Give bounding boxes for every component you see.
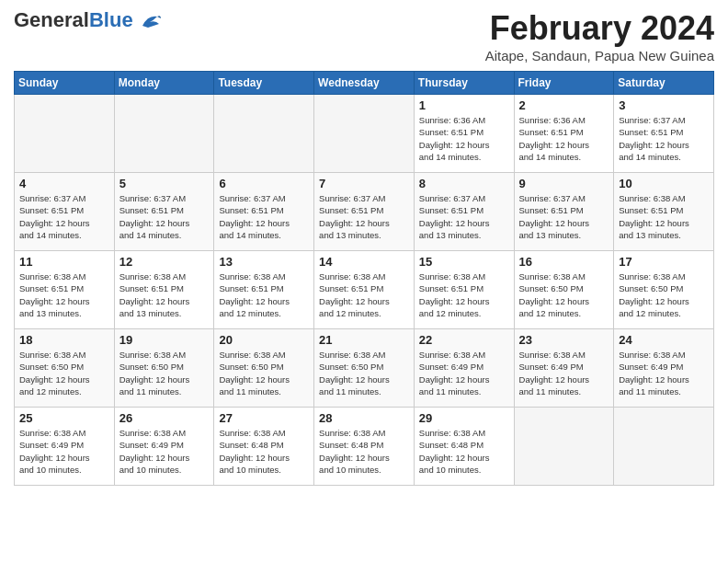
header-day-sunday: Sunday [15, 72, 115, 95]
day-info: Sunrise: 6:38 AMSunset: 6:49 PMDaylight:… [419, 349, 509, 397]
day-number: 4 [19, 177, 109, 190]
day-info: Sunrise: 6:38 AMSunset: 6:50 PMDaylight:… [519, 270, 609, 319]
header-day-saturday: Saturday [614, 72, 714, 95]
logo-text: GeneralBlue [14, 9, 161, 31]
day-info: Sunrise: 6:38 AMSunset: 6:49 PMDaylight:… [519, 349, 609, 397]
calendar-cell: 10Sunrise: 6:38 AMSunset: 6:51 PMDayligh… [614, 173, 714, 251]
day-number: 29 [419, 411, 509, 425]
calendar-cell [614, 408, 714, 486]
calendar-table: SundayMondayTuesdayWednesdayThursdayFrid… [14, 71, 714, 486]
logo: GeneralBlue [14, 9, 161, 31]
calendar-cell: 4Sunrise: 6:37 AMSunset: 6:51 PMDaylight… [15, 173, 115, 251]
day-number: 10 [619, 177, 709, 190]
day-number: 2 [519, 98, 609, 112]
day-number: 26 [119, 411, 210, 425]
calendar-cell: 26Sunrise: 6:38 AMSunset: 6:49 PMDayligh… [114, 408, 214, 486]
calendar-cell [514, 408, 614, 486]
calendar-subtitle: Aitape, Sandaun, Papua New Guinea [485, 48, 714, 63]
day-info: Sunrise: 6:38 AMSunset: 6:51 PMDaylight:… [419, 270, 509, 319]
day-number: 1 [419, 98, 509, 112]
day-info: Sunrise: 6:38 AMSunset: 6:49 PMDaylight:… [19, 427, 109, 476]
calendar-cell [214, 95, 314, 173]
day-info: Sunrise: 6:36 AMSunset: 6:51 PMDaylight:… [419, 114, 509, 163]
day-number: 21 [319, 333, 409, 347]
day-number: 7 [319, 177, 409, 190]
calendar-cell: 23Sunrise: 6:38 AMSunset: 6:49 PMDayligh… [514, 329, 614, 408]
day-number: 24 [619, 333, 709, 347]
calendar-cell: 8Sunrise: 6:37 AMSunset: 6:51 PMDaylight… [414, 173, 514, 251]
day-info: Sunrise: 6:38 AMSunset: 6:48 PMDaylight:… [319, 427, 409, 476]
day-number: 13 [219, 255, 309, 269]
calendar-cell: 27Sunrise: 6:38 AMSunset: 6:48 PMDayligh… [214, 408, 314, 486]
calendar-cell: 17Sunrise: 6:38 AMSunset: 6:50 PMDayligh… [614, 251, 714, 329]
logo-bird-icon [141, 13, 161, 29]
calendar-week-1: 1Sunrise: 6:36 AMSunset: 6:51 PMDaylight… [15, 95, 714, 173]
calendar-cell: 28Sunrise: 6:38 AMSunset: 6:48 PMDayligh… [314, 408, 415, 486]
day-number: 5 [119, 177, 210, 190]
logo-blue: Blue [89, 8, 133, 31]
calendar-cell: 3Sunrise: 6:37 AMSunset: 6:51 PMDaylight… [614, 95, 714, 173]
day-info: Sunrise: 6:38 AMSunset: 6:51 PMDaylight:… [319, 270, 409, 319]
day-info: Sunrise: 6:38 AMSunset: 6:51 PMDaylight:… [219, 270, 309, 319]
day-number: 9 [519, 177, 609, 190]
calendar-cell: 19Sunrise: 6:38 AMSunset: 6:50 PMDayligh… [114, 329, 214, 408]
day-info: Sunrise: 6:38 AMSunset: 6:51 PMDaylight:… [19, 270, 109, 319]
calendar-cell: 21Sunrise: 6:38 AMSunset: 6:50 PMDayligh… [314, 329, 415, 408]
day-info: Sunrise: 6:37 AMSunset: 6:51 PMDaylight:… [419, 192, 509, 241]
day-number: 11 [19, 255, 109, 269]
day-info: Sunrise: 6:38 AMSunset: 6:48 PMDaylight:… [219, 427, 309, 476]
calendar-cell: 24Sunrise: 6:38 AMSunset: 6:49 PMDayligh… [614, 329, 714, 408]
calendar-cell: 18Sunrise: 6:38 AMSunset: 6:50 PMDayligh… [15, 329, 115, 408]
calendar-cell: 1Sunrise: 6:36 AMSunset: 6:51 PMDaylight… [414, 95, 514, 173]
calendar-cell: 25Sunrise: 6:38 AMSunset: 6:49 PMDayligh… [15, 408, 115, 486]
day-info: Sunrise: 6:38 AMSunset: 6:51 PMDaylight:… [119, 270, 210, 319]
day-info: Sunrise: 6:38 AMSunset: 6:50 PMDaylight:… [319, 349, 409, 397]
header-day-friday: Friday [514, 72, 614, 95]
calendar-cell: 12Sunrise: 6:38 AMSunset: 6:51 PMDayligh… [114, 251, 214, 329]
day-info: Sunrise: 6:37 AMSunset: 6:51 PMDaylight:… [19, 192, 109, 241]
day-info: Sunrise: 6:37 AMSunset: 6:51 PMDaylight:… [619, 114, 709, 163]
calendar-week-4: 18Sunrise: 6:38 AMSunset: 6:50 PMDayligh… [15, 329, 714, 408]
day-number: 27 [219, 411, 309, 425]
calendar-cell: 2Sunrise: 6:36 AMSunset: 6:51 PMDaylight… [514, 95, 614, 173]
calendar-cell: 7Sunrise: 6:37 AMSunset: 6:51 PMDaylight… [314, 173, 415, 251]
calendar-cell: 20Sunrise: 6:38 AMSunset: 6:50 PMDayligh… [214, 329, 314, 408]
day-info: Sunrise: 6:36 AMSunset: 6:51 PMDaylight:… [519, 114, 609, 163]
day-info: Sunrise: 6:38 AMSunset: 6:48 PMDaylight:… [419, 427, 509, 476]
day-number: 15 [419, 255, 509, 269]
day-number: 8 [419, 177, 509, 190]
day-number: 23 [519, 333, 609, 347]
day-number: 22 [419, 333, 509, 347]
header-day-thursday: Thursday [414, 72, 514, 95]
day-number: 14 [319, 255, 409, 269]
day-number: 19 [119, 333, 210, 347]
calendar-header-row: SundayMondayTuesdayWednesdayThursdayFrid… [15, 72, 714, 95]
logo-general: General [14, 8, 89, 31]
day-number: 20 [219, 333, 309, 347]
calendar-cell: 11Sunrise: 6:38 AMSunset: 6:51 PMDayligh… [15, 251, 115, 329]
calendar-cell: 14Sunrise: 6:38 AMSunset: 6:51 PMDayligh… [314, 251, 415, 329]
calendar-cell [114, 95, 214, 173]
day-number: 28 [319, 411, 409, 425]
calendar-cell: 15Sunrise: 6:38 AMSunset: 6:51 PMDayligh… [414, 251, 514, 329]
calendar-cell: 22Sunrise: 6:38 AMSunset: 6:49 PMDayligh… [414, 329, 514, 408]
day-info: Sunrise: 6:38 AMSunset: 6:49 PMDaylight:… [119, 427, 210, 476]
day-info: Sunrise: 6:38 AMSunset: 6:50 PMDaylight:… [19, 349, 109, 397]
day-info: Sunrise: 6:38 AMSunset: 6:51 PMDaylight:… [619, 192, 709, 241]
day-number: 3 [619, 98, 709, 112]
calendar-body: 1Sunrise: 6:36 AMSunset: 6:51 PMDaylight… [15, 95, 714, 486]
day-info: Sunrise: 6:38 AMSunset: 6:50 PMDaylight:… [119, 349, 210, 397]
day-number: 17 [619, 255, 709, 269]
day-number: 6 [219, 177, 309, 190]
day-info: Sunrise: 6:37 AMSunset: 6:51 PMDaylight:… [219, 192, 309, 241]
calendar-cell [15, 95, 115, 173]
day-info: Sunrise: 6:38 AMSunset: 6:50 PMDaylight:… [619, 270, 709, 319]
day-number: 16 [519, 255, 609, 269]
day-number: 18 [19, 333, 109, 347]
header-day-tuesday: Tuesday [214, 72, 314, 95]
day-info: Sunrise: 6:37 AMSunset: 6:51 PMDaylight:… [119, 192, 210, 241]
title-area: February 2024 Aitape, Sandaun, Papua New… [485, 9, 714, 63]
calendar-week-3: 11Sunrise: 6:38 AMSunset: 6:51 PMDayligh… [15, 251, 714, 329]
calendar-title: February 2024 [485, 9, 714, 48]
day-number: 12 [119, 255, 210, 269]
